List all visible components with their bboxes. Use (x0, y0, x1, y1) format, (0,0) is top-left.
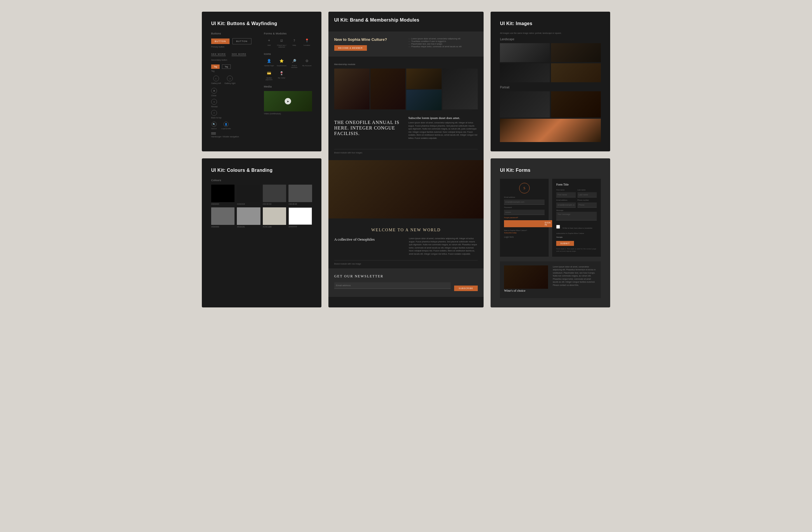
membership-image-5 (443, 69, 478, 110)
video-thumbnail: ▶ (264, 91, 312, 112)
contact-email-field[interactable] (556, 202, 576, 208)
subscribe-subtitle: Subscribe lorem ipsum duset does amet. (408, 116, 478, 119)
forms-card: UI Kit: Forms S Email address Password F… (491, 158, 610, 307)
swatch-black (211, 185, 234, 202)
phone-field[interactable] (578, 202, 597, 208)
update-payment-icon: 💳 (266, 71, 272, 76)
landscape-image-1 (500, 43, 550, 62)
hamburger-menu[interactable] (211, 132, 259, 134)
my-cellar-item: 🍷 My Cellar (276, 71, 287, 81)
contact-form-demo: Form Title First name Last name Email ad… (552, 179, 601, 257)
swatch-black-label: #000000 (211, 203, 234, 205)
media-section-label: Media (264, 85, 312, 88)
first-name-label: First name (556, 189, 576, 191)
swatch-item-3: #3C3C3C (263, 185, 286, 205)
help-label: Help (292, 44, 296, 46)
forms-section-label: Forms & Modules (264, 32, 312, 35)
last-name-field[interactable] (578, 192, 597, 198)
my-account-label: My Account (303, 65, 311, 67)
back-to-top-button[interactable]: ↑ (211, 110, 217, 116)
close-button[interactable]: ✕ (211, 88, 217, 94)
subscribe-button[interactable]: SUBSCRIBE (454, 286, 478, 291)
feature-item-3: Placeholder text, see how it wraps (408, 43, 478, 45)
find-member-label: Find a member (289, 65, 299, 68)
feature-item-1: Lorem ipsum dolor sit amet, consectetur … (408, 37, 478, 40)
tag-button-2[interactable]: Tag (222, 64, 230, 69)
newsletter-title: Get our newsletter (334, 274, 478, 278)
help-icon: ? (292, 38, 297, 43)
color-swatches-light: #696969 #919191 #C5C1B6 #FFFFFF (211, 207, 312, 228)
name-fields: First name Last name (556, 189, 597, 199)
outline-button[interactable]: BUTTON (232, 38, 251, 44)
welcome-section: WELCOME TO A NEW WORLD A collective of O… (329, 160, 484, 265)
message-label: Message (556, 210, 597, 211)
portrait-images (500, 91, 601, 142)
gallery-right-button[interactable]: → (227, 75, 233, 81)
tag-button-1[interactable]: Tag (211, 64, 220, 69)
colors-branding-card: UI Kit: Colours & Branding Colours #0000… (202, 158, 321, 307)
new-to-label: New to Sophia Wine Culture? (504, 230, 545, 231)
form-footer-note: Form style 1. This style is used for the… (556, 248, 597, 253)
location-icon-item: 📍 Location (302, 38, 312, 48)
swatch-mid-dark-label: #3C3C3C (263, 203, 286, 205)
hamburger-line-3 (211, 134, 216, 134)
last-name-label: Last name (578, 189, 597, 191)
forms-card-title: UI Kit: Forms (500, 168, 601, 173)
login-button[interactable]: 👤 (223, 121, 229, 127)
experiences-label: Experiences (277, 65, 286, 67)
reveal-button[interactable]: + (211, 99, 217, 105)
landscape-image-2 (551, 43, 601, 62)
gallery-right-label: Gallery right (224, 82, 235, 84)
login-form-label: Login form (504, 236, 545, 238)
swatch-item-2: #191919 (237, 185, 260, 205)
swatch-gray-label: #696969 (211, 226, 234, 228)
newsletter-input[interactable] (334, 282, 451, 289)
password-label: Password (504, 206, 545, 208)
first-name-field[interactable] (556, 192, 576, 198)
newsletter-checkbox[interactable] (556, 225, 560, 229)
gallery-left-button[interactable]: ← (213, 75, 219, 81)
hamburger-line-1 (211, 132, 216, 133)
buttons-section: Buttons BUTTON BUTTON Primary button SEE… (211, 32, 259, 138)
primary-button-label: Primary button (211, 46, 259, 48)
submit-button[interactable]: SUBMIT (556, 241, 574, 246)
login-password-field[interactable] (504, 210, 545, 215)
icons-section-label: Icons (264, 53, 312, 55)
landscape-section-label: Landscape (500, 38, 601, 41)
message-textarea[interactable] (556, 212, 597, 220)
swatch-mid-label: #4E4E4E (288, 203, 312, 205)
update-payment-label: Update payment (264, 77, 274, 81)
checkbox-label: Check box / selected (276, 44, 287, 48)
experiences-item: ⭐ Experiences (276, 58, 287, 68)
see-more-button-1[interactable]: SEE MORE (211, 53, 226, 56)
login-email-field[interactable] (504, 200, 545, 205)
welcome-headline: WELCOME TO A NEW WORLD (334, 223, 478, 237)
brand-row-label: Brand module with row image (334, 260, 478, 265)
secondary-label: Secondary button (211, 59, 259, 61)
swatch-item-4: #4E4E4E (288, 185, 312, 205)
portrait-image-3 (500, 119, 601, 142)
buttons-section-label: Buttons (211, 32, 259, 35)
see-more-button-2[interactable]: SEE MORE (232, 53, 246, 56)
buttons-card-title: UI Kit: Buttons & Wayfinding (211, 21, 312, 26)
my-account-item: ⚙ My Account (302, 58, 312, 68)
feature-item-2: True/false condition if user is logged i… (408, 40, 478, 43)
membership-image-2 (371, 69, 406, 110)
play-button[interactable]: ▶ (285, 98, 291, 104)
brand-card-title: UI Kit: Brand & Membership Modules (334, 17, 478, 23)
email-field-label: Email address (556, 199, 576, 201)
login-form-demo: S Email address Password Forgot password… (500, 179, 549, 257)
landscape-images (500, 43, 601, 82)
gallery-left-label: Gallery left (211, 82, 221, 84)
color-swatches-dark: #000000 #191919 #3C3C3C #4E4E4E (211, 185, 312, 205)
swatch-white (288, 207, 312, 225)
swatch-light-gray-label: #919191 (237, 226, 260, 228)
forgot-link[interactable]: Forgot password? (504, 217, 545, 218)
subscribe-today-link[interactable]: Subscribe today (504, 232, 545, 234)
search-button[interactable]: 🔍 (212, 121, 217, 127)
become-member-button[interactable]: BECOME A MEMBER (334, 45, 367, 51)
experiences-icon: ⭐ (279, 58, 285, 63)
membership-section: Membership module THE ONEOFILE ANNUAL IS… (329, 57, 484, 160)
colours-section-label: Colours (211, 179, 312, 182)
primary-button[interactable]: BUTTON (211, 39, 230, 44)
